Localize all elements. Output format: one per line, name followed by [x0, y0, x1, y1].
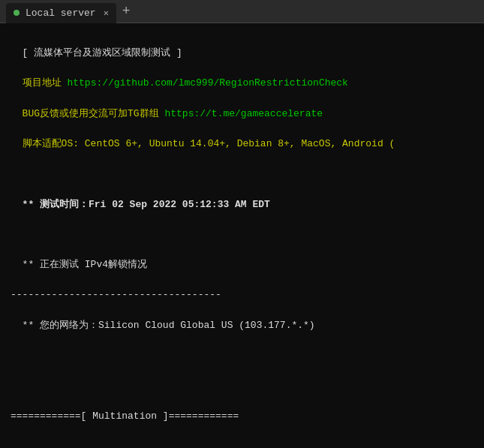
project-url: https://github.com/lmc999/RegionRestrict…: [67, 77, 347, 89]
section-header-line: ============[ Multination ]============: [11, 409, 473, 424]
tab-status-dot: [14, 10, 20, 16]
blank3: [11, 348, 473, 363]
section-header-text: ============[ Multination ]============: [11, 410, 239, 422]
ipv4-label-text: ** 正在测试 IPv4解锁情况: [23, 259, 147, 270]
test-time-text: ** 测试时间：Fri 02 Sep 2022 05:12:33 AM EDT: [23, 199, 270, 210]
tab-local-server[interactable]: Local server ✕: [6, 3, 116, 23]
os-line: 脚本适配OS: CentOS 6+, Ubuntu 14.04+, Debian…: [11, 137, 473, 152]
test-time-line: ** 测试时间：Fri 02 Sep 2022 05:12:33 AM EDT: [11, 197, 473, 212]
blank1: [11, 167, 473, 182]
tab-label: Local server: [26, 8, 96, 19]
project-line: 项目地址 https://github.com/lmc999/RegionRes…: [11, 76, 473, 91]
separator1-text: ------------------------------------: [11, 289, 221, 300]
tab-add-icon[interactable]: +: [122, 5, 131, 18]
network-text: ** 您的网络为：Silicon Cloud Global US (103.17…: [23, 320, 315, 331]
bug-label: BUG反馈或使用交流可加TG群组: [23, 108, 159, 119]
ipv4-label-line: ** 正在测试 IPv4解锁情况: [11, 257, 473, 272]
tab-bar: Local server ✕ +: [0, 0, 484, 23]
separator1-line: ------------------------------------: [11, 287, 473, 302]
os-text: 脚本适配OS: CentOS 6+, Ubuntu 14.04+, Debian…: [23, 138, 395, 149]
blank2: [11, 227, 473, 242]
bug-url: https://t.me/gameaccelerate: [164, 108, 323, 119]
terminal-output: [ 流媒体平台及游戏区域限制测试 ] 项目地址 https://github.c…: [0, 23, 484, 448]
blank4: [11, 378, 473, 393]
tab-close-icon[interactable]: ✕: [104, 8, 109, 19]
network-line: ** 您的网络为：Silicon Cloud Global US (103.17…: [11, 318, 473, 333]
title-line: [ 流媒体平台及游戏区域限制测试 ]: [11, 46, 473, 61]
title-text: [ 流媒体平台及游戏区域限制测试 ]: [23, 47, 182, 59]
bug-line: BUG反馈或使用交流可加TG群组 https://t.me/gameaccele…: [11, 107, 473, 122]
project-label: 项目地址: [23, 77, 62, 89]
